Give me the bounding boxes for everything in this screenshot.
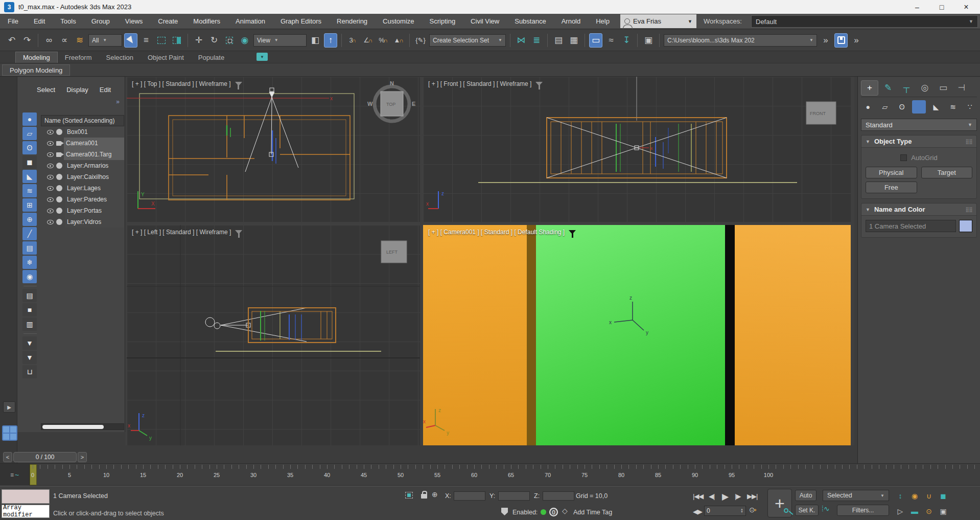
transform-gizmo-icon[interactable]: ⊕ [432,490,438,499]
menu-item[interactable]: Help [588,14,617,29]
visibility-eye-icon[interactable] [47,164,54,168]
command-tab[interactable]: ┬ [898,80,915,96]
visibility-eye-icon[interactable] [47,130,54,134]
explorer-filter-icon[interactable]: ≋ [22,184,37,197]
selection-lock-region-icon[interactable] [405,492,413,499]
explorer-filter-icon[interactable]: ◣ [22,170,37,183]
explorer-filter-icon[interactable]: ■ [22,303,37,316]
explorer-filter-icon[interactable]: ❄ [22,256,37,269]
maxscript-listener-line[interactable]: Array modifier [2,505,50,518]
menu-item[interactable]: File [0,14,26,29]
auto-key-button[interactable]: Auto [795,490,816,501]
selection-filter-dropdown[interactable]: All ▼ [88,34,122,47]
viewport-left[interactable]: [ + ] [ Left ] [ Standard ] [ Wireframe … [127,225,420,445]
object-name[interactable]: Layer:Lages [65,183,124,194]
command-tab[interactable]: ⊣ [953,80,970,96]
create-category-icon[interactable]: ◣ [929,100,943,114]
menu-item[interactable]: Rendering [329,14,375,29]
menu-item[interactable]: Animation [228,14,273,29]
layer-manager-button[interactable]: ▤ [552,33,565,48]
reference-coordsys-dropdown[interactable]: View ▼ [253,34,307,47]
menu-item[interactable]: Modifiers [185,14,228,29]
mirror-button[interactable]: ⋈ [515,33,528,48]
object-name[interactable]: Camera001.Targ [64,149,124,160]
free-camera-button[interactable]: Free [866,182,917,193]
bind-spacewarp-button[interactable]: ≋ [73,33,86,48]
menu-item[interactable]: Edit [26,14,53,29]
command-tab[interactable]: ▭ [935,80,952,96]
polygon-modeling-panel[interactable]: Polygon Modeling [2,64,70,76]
ribbon-tab[interactable]: Freeform [58,52,99,63]
filter-funnel-icon[interactable] [569,230,576,234]
visibility-eye-icon[interactable] [47,209,54,213]
create-category-icon[interactable]: ∵ [963,100,977,114]
viewport-front[interactable]: [ + ] [ Front ] [ Standard ] [ Wireframe… [423,77,851,222]
viewcube-compass[interactable]: N W E TOP [367,80,415,121]
mini-curve-editor-button[interactable]: ≡~ [0,464,30,486]
add-time-tag[interactable]: Add Time Tag [573,509,612,516]
goto-end-button[interactable]: ▶▶| [747,492,757,500]
select-object-button[interactable] [124,33,137,48]
frame-display[interactable]: 0 / 100 [13,452,77,462]
select-place-button[interactable]: ◉ [238,33,251,48]
explorer-filter-icon[interactable]: ◉ [22,270,37,283]
maxscript-button[interactable]: {✎} [414,33,427,48]
x-coordinate-field[interactable] [454,491,485,501]
table-row[interactable]: Layer:Paredes [41,194,124,205]
ribbon-tab[interactable]: Modeling [15,52,58,63]
snap-mode-button[interactable]: ↑ [324,33,337,48]
current-frame-field[interactable]: 0 ▲▼ [704,506,746,516]
toolbar-overflow-chevron[interactable]: » [850,33,863,48]
select-by-name-button[interactable]: ≡ [139,33,153,48]
prev-frame-button[interactable]: ◀| [709,492,714,500]
spinner-arrows-icon[interactable]: ▲▼ [740,508,743,513]
autogrid-checkbox[interactable] [900,154,907,161]
camera-type-dropdown[interactable]: Standard ▼ [861,119,977,131]
next-frame-button[interactable]: > [78,452,87,462]
viewport-label[interactable]: [ + ] [ Camera001 ] [ Standard ] [ Defau… [428,229,576,236]
material-editor-button[interactable]: ↧ [620,33,633,48]
object-name[interactable]: Camera001 [64,138,124,149]
select-link-button[interactable]: ∞ [42,33,56,48]
align-button[interactable]: ≣ [530,33,543,48]
select-scale-button[interactable] [223,33,236,48]
maximize-viewport-icon[interactable]: ▣ [937,506,949,517]
table-row[interactable]: Camera001 [41,138,124,149]
unlink-button[interactable]: ∝ [58,33,71,48]
ribbon-tab[interactable]: Selection [99,52,141,63]
zoom-extents-all-icon[interactable]: ◼ [937,490,949,502]
menu-item[interactable]: Graph Editors [273,14,329,29]
save-button[interactable] [834,33,848,48]
set-key-button[interactable]: Set K. [795,505,819,516]
object-name[interactable]: Layer:Portas [65,205,124,216]
create-category-icon[interactable]: ● [861,100,875,114]
explorer-filter-icon[interactable]: ╱ [22,227,37,240]
object-name[interactable]: Layer:Caixilhos [65,171,124,183]
explorer-sort-header[interactable]: Name (Sorted Ascending) [41,115,124,126]
spinner-snap-button[interactable]: ▲∩ [392,33,405,48]
menu-item[interactable]: Group [84,14,118,29]
visibility-eye-icon[interactable] [47,152,54,157]
select-move-button[interactable]: ✛ [192,33,205,48]
menu-item[interactable]: Arnold [554,14,589,29]
explorer-filter-icon[interactable]: ◼ [22,155,37,169]
explorer-filter-icon[interactable]: ʘ [22,141,37,154]
table-row[interactable]: Camera001.Targ [41,149,124,160]
command-tab[interactable]: + [861,80,878,96]
explorer-filter-icon[interactable]: ● [22,112,37,126]
render-setup-button[interactable]: ▣ [642,33,655,48]
key-selection-dropdown[interactable]: Selected ▼ [823,490,889,501]
explorer-filter-icon[interactable]: ▱ [22,127,37,140]
menu-item[interactable]: Substance [507,14,553,29]
y-coordinate-field[interactable] [498,491,530,501]
layer-explorer-button[interactable]: ▦ [567,33,580,48]
scrollbar-thumb[interactable] [42,425,104,429]
minimize-button[interactable]: – [905,0,929,14]
explorer-filter-icon[interactable]: ⊕ [22,213,37,226]
visibility-eye-icon[interactable] [47,197,54,202]
selection-set-field[interactable]: Create Selection Set ▼ [429,34,506,47]
table-row[interactable]: Layer:Portas [41,205,124,216]
explorer-overflow-chevron[interactable]: » [116,98,120,105]
toolbar-overflow-chevron[interactable]: » [819,33,832,48]
menu-item[interactable]: Views [118,14,150,29]
